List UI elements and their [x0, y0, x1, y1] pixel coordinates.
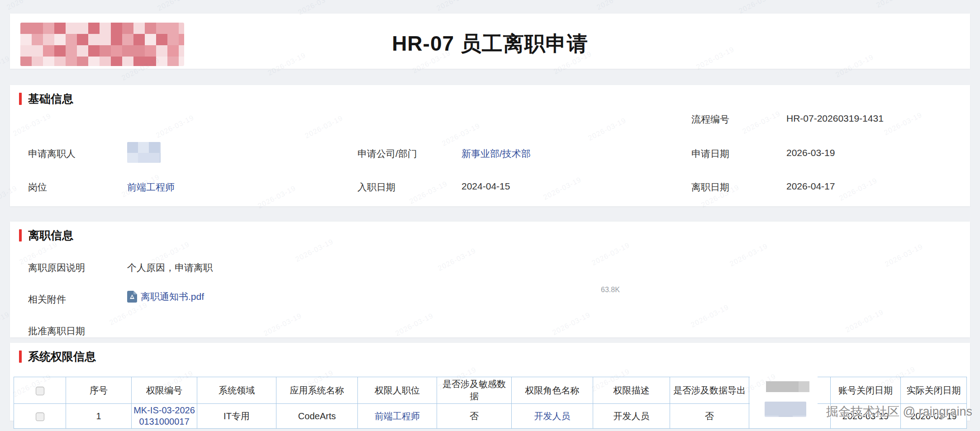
position-link[interactable]: 前端工程师 [127, 182, 175, 192]
field-leave-date-value: 2026-04-17 [786, 181, 835, 192]
col-perm-no: 权限编号 [132, 377, 197, 404]
select-all-cell [14, 377, 66, 404]
field-entry-date-value: 2024-04-15 [461, 181, 510, 192]
permissions-table: 序号 权限编号 系统领域 应用系统名称 权限人职位 是否涉及敏感数据 权限角色名… [14, 377, 967, 429]
col-close-date: 账号关闭日期 [831, 377, 901, 404]
cell-desc: 开发人员 [593, 404, 670, 429]
field-position-value: 前端工程师 [127, 181, 175, 194]
row-select-cell [14, 404, 66, 429]
red-section-bar [19, 350, 22, 363]
row-checkbox[interactable] [36, 412, 44, 421]
cell-domain: IT专用 [197, 404, 276, 429]
field-process-no-value: HR-07-20260319-1431 [786, 113, 884, 124]
field-leave-date: 离职日期 [691, 181, 729, 194]
basic-info-section: 基础信息 流程编号 HR-07-20260319-1431 申请离职人 申请公司… [10, 85, 970, 206]
resign-info-section: 离职信息 离职原因说明 个人原因，申请离职 相关附件 离职通知书.pdf 63.… [10, 222, 970, 337]
field-position: 岗位 [28, 181, 47, 194]
basic-info-heading: 基础信息 [19, 91, 73, 106]
select-all-checkbox[interactable] [36, 387, 44, 395]
cell-seq: 1 [66, 404, 132, 429]
hr-resignation-form-page: 2026-03-192026-03-192026-03-192026-03-19… [0, 0, 980, 431]
table-row: 1 MK-IS-03-20260131000017 IT专用 CodeArts … [14, 404, 967, 429]
field-company-dept: 申请公司/部门 [357, 147, 417, 160]
cell-perm-no: MK-IS-03-20260131000017 [132, 404, 197, 429]
applicant-name-redacted [127, 142, 161, 163]
page-title: HR-07 员工离职申请 [10, 30, 970, 58]
field-attachment: 相关附件 [28, 293, 66, 306]
permissions-heading: 系统权限信息 [19, 349, 96, 364]
col-desc: 权限描述 [593, 377, 670, 404]
cell-app: CodeArts [276, 404, 358, 429]
field-reason: 离职原因说明 [28, 261, 85, 274]
pdf-file-icon [127, 291, 137, 303]
role-title-link[interactable]: 前端工程师 [375, 411, 420, 421]
field-process-no: 流程编号 [691, 113, 729, 126]
col-role-title: 权限人职位 [358, 377, 437, 404]
col-role-name: 权限角色名称 [512, 377, 593, 404]
redacted-column-header [766, 381, 809, 392]
attachment-filesize: 63.8K [601, 286, 620, 294]
field-entry-date: 入职日期 [357, 181, 395, 194]
attachment-link[interactable]: 离职通知书.pdf [141, 290, 204, 303]
col-actual-close-date: 实际关闭日期 [901, 377, 967, 404]
cell-sensitive: 否 [437, 404, 512, 429]
field-reason-value: 个人原因，申请离职 [127, 261, 213, 274]
col-app: 应用系统名称 [276, 377, 358, 404]
role-name-link[interactable]: 开发人员 [534, 411, 571, 421]
cell-role-name: 开发人员 [512, 404, 593, 429]
red-section-bar [19, 229, 22, 242]
company-dept-link[interactable]: 新事业部/技术部 [461, 148, 531, 159]
field-approved-date: 批准离职日期 [28, 325, 85, 337]
permissions-section: 系统权限信息 序号 权限编号 系统领域 应用系统名称 权限人职位 是否涉及敏感数… [10, 343, 970, 421]
red-section-bar [19, 93, 22, 105]
col-export: 是否涉及数据导出 [670, 377, 749, 404]
cell-export: 否 [670, 404, 749, 429]
field-apply-date-value: 2026-03-19 [786, 147, 835, 158]
field-company-dept-value: 新事业部/技术部 [461, 147, 531, 160]
resign-info-heading: 离职信息 [19, 228, 73, 243]
cell-close-date: 2026-03-19 [831, 404, 901, 429]
field-attachment-value: 离职通知书.pdf [127, 290, 204, 303]
field-applicant: 申请离职人 [28, 147, 76, 160]
field-apply-date: 申请日期 [691, 147, 729, 160]
cell-role-title: 前端工程师 [358, 404, 437, 429]
header-card: HR-07 员工离职申请 [10, 14, 970, 69]
col-domain: 系统领域 [197, 377, 276, 404]
cell-actual-close-date: 2026-03-19 [901, 404, 967, 429]
table-header-row: 序号 权限编号 系统领域 应用系统名称 权限人职位 是否涉及敏感数据 权限角色名… [14, 377, 967, 404]
col-sensitive: 是否涉及敏感数据 [437, 377, 512, 404]
perm-no-link[interactable]: MK-IS-03-20260131000017 [133, 405, 195, 426]
col-seq: 序号 [66, 377, 132, 404]
redacted-cell-value [765, 402, 806, 417]
